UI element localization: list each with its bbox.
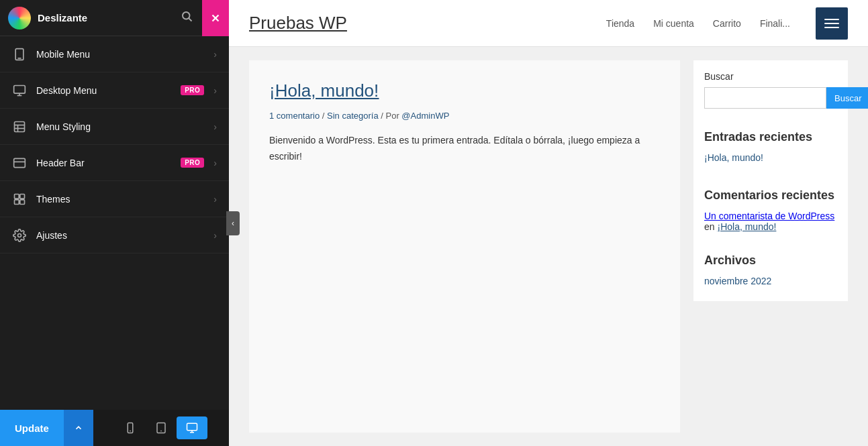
- svg-rect-18: [20, 199, 25, 204]
- nav-link-mi-cuenta[interactable]: Mi cuenta: [653, 18, 694, 29]
- widget-recent-posts: Entradas recientes ¡Hola, mundo!: [693, 119, 848, 178]
- ajustes-arrow: ›: [213, 230, 217, 241]
- recent-comment-post-link[interactable]: ¡Hola, mundo!: [717, 221, 776, 232]
- archive-link-0[interactable]: noviembre 2022: [704, 276, 837, 286]
- sidebar-item-header-bar[interactable]: Header Bar PRO ›: [0, 145, 229, 181]
- sidebar-search-button[interactable]: [178, 7, 195, 28]
- mobile-device-button[interactable]: [115, 416, 146, 439]
- mobile-menu-arrow: ›: [213, 49, 217, 60]
- site-title[interactable]: Pruebas WP: [249, 13, 606, 34]
- svg-line-1: [189, 18, 191, 21]
- article-meta-by: Por: [385, 111, 399, 121]
- svg-point-0: [183, 12, 190, 19]
- sidebar-footer: Update: [0, 410, 229, 446]
- themes-arrow: ›: [213, 194, 217, 205]
- svg-rect-9: [15, 121, 25, 131]
- nav-link-carrito[interactable]: Carrito: [713, 18, 741, 29]
- desktop-device-button[interactable]: [177, 416, 207, 439]
- widget-search-row: Buscar: [704, 87, 837, 109]
- tablet-device-button[interactable]: [146, 416, 177, 439]
- sidebar-item-mobile-menu[interactable]: Mobile Menu ›: [0, 36, 229, 72]
- recent-comment-0: Un comentarista de WordPress en ¡Hola, m…: [704, 211, 837, 232]
- sidebar-item-ajustes[interactable]: Ajustes ›: [0, 217, 229, 254]
- hamburger-line-3: [824, 27, 839, 28]
- themes-label: Themes: [36, 194, 204, 205]
- sidebar-title: Deslizante: [38, 12, 171, 23]
- ajustes-label: Ajustes: [36, 230, 204, 241]
- desktop-menu-icon: [12, 84, 27, 97]
- hamburger-line-2: [824, 23, 839, 24]
- article-title[interactable]: ¡Hola, mundo!: [269, 80, 660, 101]
- ajustes-icon: [12, 229, 27, 242]
- desktop-menu-arrow: ›: [213, 85, 217, 96]
- nav-link-tienda[interactable]: Tienda: [606, 18, 634, 29]
- sidebar-widgets: Buscar Buscar Entradas recientes ¡Hola, …: [693, 60, 848, 433]
- themes-icon: [12, 192, 27, 206]
- menu-styling-icon: [12, 120, 27, 133]
- svg-rect-24: [187, 423, 197, 431]
- sidebar-item-themes[interactable]: Themes ›: [0, 181, 229, 217]
- widget-search-label: Buscar: [704, 71, 837, 82]
- article-meta-separator1: /: [322, 111, 327, 121]
- header-bar-pro-badge: PRO: [181, 158, 204, 168]
- widget-archives-title: Archivos: [704, 254, 837, 268]
- update-button[interactable]: Update: [0, 410, 64, 446]
- sidebar-collapse-toggle[interactable]: ‹: [226, 211, 240, 235]
- device-switcher: [93, 416, 229, 439]
- widget-search-input[interactable]: [704, 87, 826, 109]
- header-bar-arrow: ›: [213, 158, 217, 168]
- nav-link-finalizar[interactable]: Finali...: [760, 18, 790, 29]
- top-nav-links: Tienda Mi cuenta Carrito Finali...: [606, 7, 848, 40]
- menu-styling-arrow: ›: [213, 121, 217, 132]
- sidebar-nav: Mobile Menu › Desktop Menu PRO ›: [0, 36, 229, 410]
- hamburger-line-1: [824, 19, 839, 20]
- sidebar: Deslizante Mobile Menu ›: [0, 0, 229, 446]
- svg-rect-6: [14, 85, 26, 93]
- header-bar-label: Header Bar: [36, 158, 171, 168]
- recent-post-link-0[interactable]: ¡Hola, mundo!: [704, 152, 837, 163]
- svg-point-19: [18, 233, 21, 237]
- widget-recent-comments-title: Comentarios recientes: [704, 188, 837, 203]
- scroll-up-button[interactable]: [64, 410, 93, 446]
- sidebar-header: Deslizante: [0, 0, 229, 36]
- svg-rect-15: [15, 194, 19, 199]
- article-title-link[interactable]: ¡Hola, mundo!: [269, 80, 379, 101]
- main-content: Pruebas WP Tienda Mi cuenta Carrito Fina…: [229, 0, 868, 446]
- top-nav: Pruebas WP Tienda Mi cuenta Carrito Fina…: [229, 0, 868, 47]
- desktop-menu-label: Desktop Menu: [36, 85, 171, 96]
- sidebar-item-menu-styling[interactable]: Menu Styling ›: [0, 109, 229, 145]
- widget-recent-posts-title: Entradas recientes: [704, 130, 837, 144]
- widget-search: Buscar Buscar: [693, 60, 848, 119]
- sidebar-item-desktop-menu[interactable]: Desktop Menu PRO ›: [0, 72, 229, 109]
- recent-comment-author-link[interactable]: Un comentarista de WordPress: [704, 211, 834, 221]
- menu-styling-label: Menu Styling: [36, 121, 204, 132]
- svg-rect-13: [14, 158, 26, 167]
- svg-rect-17: [15, 199, 19, 204]
- main-article: ¡Hola, mundo! 1 comentario / Sin categor…: [249, 60, 680, 433]
- article-meta: 1 comentario / Sin categoría / Por @Admi…: [269, 111, 660, 121]
- sidebar-logo: [8, 7, 31, 30]
- widget-search-button[interactable]: Buscar: [826, 87, 868, 109]
- sidebar-close-button[interactable]: [202, 0, 229, 36]
- header-bar-icon: [12, 156, 27, 170]
- article-author-link[interactable]: @AdminWP: [401, 111, 449, 121]
- mobile-menu-label: Mobile Menu: [36, 49, 204, 60]
- article-comment-link[interactable]: 1 comentario: [269, 111, 320, 121]
- svg-rect-16: [20, 194, 25, 199]
- article-category-link[interactable]: Sin categoría: [327, 111, 379, 121]
- recent-comment-suffix: en: [704, 221, 717, 232]
- desktop-menu-pro-badge: PRO: [181, 85, 204, 95]
- mobile-menu-icon: [12, 48, 27, 61]
- article-body: Bienvenido a WordPress. Esta es tu prime…: [269, 133, 660, 165]
- widget-archives: Archivos noviembre 2022: [693, 243, 848, 301]
- hamburger-menu-button[interactable]: [816, 7, 848, 40]
- page-body: ¡Hola, mundo! 1 comentario / Sin categor…: [229, 47, 868, 446]
- widget-recent-comments: Comentarios recientes Un comentarista de…: [693, 178, 848, 243]
